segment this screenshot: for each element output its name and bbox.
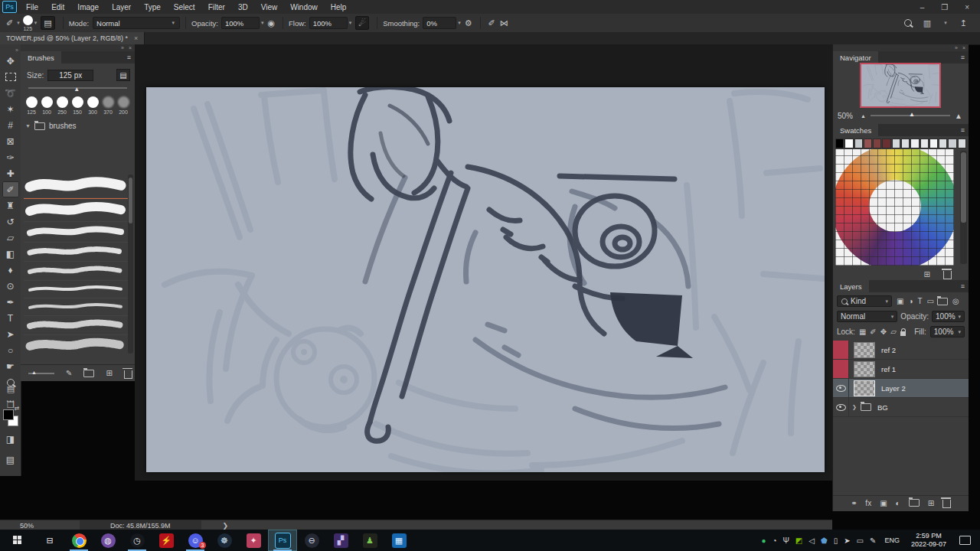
opacity-pressure-icon[interactable]: ◉ (267, 18, 275, 28)
menu-layer[interactable]: Layer (112, 3, 131, 11)
swatches-panel-tab[interactable]: Swatches (833, 124, 878, 136)
eyedropper-tool[interactable]: ✑ (2, 149, 19, 165)
lock-pixels-icon[interactable]: ✐ (870, 328, 876, 336)
swatch-2[interactable] (844, 139, 853, 148)
history-panel-icon[interactable]: ❐ (7, 400, 15, 410)
brush-size-input[interactable]: 125 px (47, 70, 93, 81)
car-game-icon[interactable]: ▞ (326, 530, 355, 551)
filter-image-icon[interactable]: ▣ (897, 297, 903, 305)
eraser-tool[interactable]: ▱ (2, 230, 19, 246)
share-icon[interactable]: ↥ (960, 18, 967, 28)
brushes-scrollbar[interactable] (128, 174, 133, 354)
path-selection-tool[interactable]: ➤ (2, 326, 19, 342)
brush-preset-125[interactable]: 125 (24, 94, 39, 117)
brush-stroke-5[interactable] (24, 262, 128, 281)
zoom-out-mountain-icon[interactable]: ▲ (861, 113, 866, 119)
shape-tool[interactable]: ○ (2, 342, 19, 358)
layer-thumbnail[interactable] (854, 342, 875, 358)
pointer-settings-icon[interactable]: ➤ (844, 536, 850, 545)
steam-icon[interactable]: ☸ (210, 530, 239, 551)
fill-field[interactable]: 100%▾ (930, 326, 965, 337)
close-button[interactable]: × (965, 3, 969, 11)
toggle-brush-settings-icon[interactable]: ▤ (41, 16, 54, 30)
clock-app-icon[interactable]: ◷ (122, 530, 152, 551)
flow-field[interactable]: 100% (309, 17, 348, 29)
filter-type-icon[interactable]: T (918, 297, 923, 305)
lasso-tool[interactable]: ➰ (2, 85, 19, 101)
paint-app-icon[interactable]: ✦ (239, 530, 268, 551)
screen-mode-button[interactable]: ▤ (2, 452, 19, 468)
airbrush-icon[interactable]: ☄ (355, 16, 369, 30)
mode-select[interactable]: Normal▾ (93, 17, 180, 29)
photoshop-icon[interactable]: Ps (268, 530, 297, 551)
lock-transparency-icon[interactable]: ▦ (859, 328, 866, 336)
size-pressure-icon[interactable]: ✐ (488, 18, 495, 28)
tab-close-icon[interactable]: × (134, 34, 138, 42)
lock-app-icon[interactable]: ⊖ (297, 530, 326, 551)
color-wheel-swatch-grid[interactable] (835, 149, 954, 266)
clock[interactable]: 2:59 PM 2022-09-07 (911, 532, 946, 549)
swatch-9[interactable] (910, 139, 919, 148)
brush-stroke-1[interactable] (24, 173, 128, 198)
workspace-chevron-icon[interactable]: ▾ (944, 20, 947, 26)
action-center-icon[interactable] (959, 536, 971, 545)
gradient-tool[interactable]: ◧ (2, 246, 19, 262)
github-desktop-icon[interactable]: ◍ (93, 530, 122, 551)
layer-row-ref-1[interactable]: ref 1 (833, 360, 969, 379)
rectangular-marquee-tool[interactable] (2, 69, 19, 85)
pixel-character-app-icon[interactable]: ♟ (355, 530, 384, 551)
quick-selection-tool[interactable]: ✶ (2, 101, 19, 117)
display-icon[interactable]: ▭ (857, 536, 864, 545)
visibility-cell[interactable] (833, 398, 849, 416)
brush-preset-300[interactable]: 300 (85, 94, 100, 117)
minimize-button[interactable]: – (920, 3, 925, 11)
brush-tool[interactable]: ✐ (2, 181, 19, 197)
filter-smart-object-icon[interactable]: ◎ (952, 297, 959, 305)
smoothing-field[interactable]: 0% (423, 17, 456, 29)
brush-preset-150[interactable]: 150 (70, 94, 85, 117)
swatch-14[interactable] (958, 139, 966, 148)
eye-icon[interactable] (836, 404, 846, 411)
swatch-3[interactable] (854, 139, 863, 148)
eye-icon[interactable] (836, 385, 846, 392)
swatch-1[interactable] (835, 139, 844, 148)
recorder-icon[interactable]: ◔ (772, 536, 776, 545)
visibility-cell[interactable] (833, 379, 849, 397)
new-layer-icon[interactable]: ⊞ (928, 499, 934, 507)
menu-file[interactable]: File (26, 3, 38, 11)
layer-style-fx-icon[interactable]: fx (865, 499, 871, 507)
brush-tool-preset-icon[interactable]: ✐ (6, 18, 13, 28)
layer-filter-kind-select[interactable]: Kind▾ (837, 295, 892, 307)
swatch-7[interactable] (892, 139, 900, 148)
workspace-switcher-icon[interactable]: ▥ (923, 18, 931, 28)
delete-swatch-icon[interactable] (943, 271, 952, 279)
opacity-field[interactable]: 100% (221, 17, 260, 29)
swatch-12[interactable] (939, 139, 947, 148)
slider-thumb-icon[interactable]: ▲ (74, 86, 80, 93)
add-mask-icon[interactable]: ▣ (880, 499, 887, 507)
microphone-icon[interactable]: Ψ (782, 536, 789, 545)
canvas[interactable] (146, 87, 825, 472)
panel-collapse-icon[interactable]: » (121, 45, 124, 51)
swatch-11[interactable] (929, 139, 938, 148)
brush-size-slider[interactable]: ▲ (28, 85, 127, 93)
swatch-8[interactable] (901, 139, 910, 148)
menu-edit[interactable]: Edit (51, 3, 64, 11)
brush-size-preview[interactable]: 125 (23, 15, 33, 31)
new-group-icon[interactable] (909, 499, 920, 507)
document-tab[interactable]: TOWER.psd @ 50% (Layer 2, RGB/8) * × (0, 32, 145, 44)
panel-group-close-icon[interactable]: × (962, 45, 965, 51)
filter-group-icon[interactable] (937, 298, 948, 305)
gpu-overlay-icon[interactable]: ◩ (795, 536, 802, 545)
toolbar-collapse-icon[interactable]: » (15, 47, 18, 53)
lock-position-icon[interactable]: ✥ (880, 328, 887, 336)
move-tool[interactable]: ✥ (2, 53, 19, 69)
crop-tool[interactable]: # (2, 117, 19, 133)
navigator-zoom-slider[interactable]: ▲ (871, 115, 950, 116)
lightning-app-icon[interactable]: ⚡ (152, 530, 181, 551)
menu-image[interactable]: Image (77, 3, 99, 11)
layer-thumbnail[interactable] (854, 361, 875, 377)
start-button[interactable] (0, 530, 35, 551)
swatch-5[interactable] (873, 139, 881, 148)
navigator-menu-icon[interactable]: ≡ (961, 54, 964, 61)
